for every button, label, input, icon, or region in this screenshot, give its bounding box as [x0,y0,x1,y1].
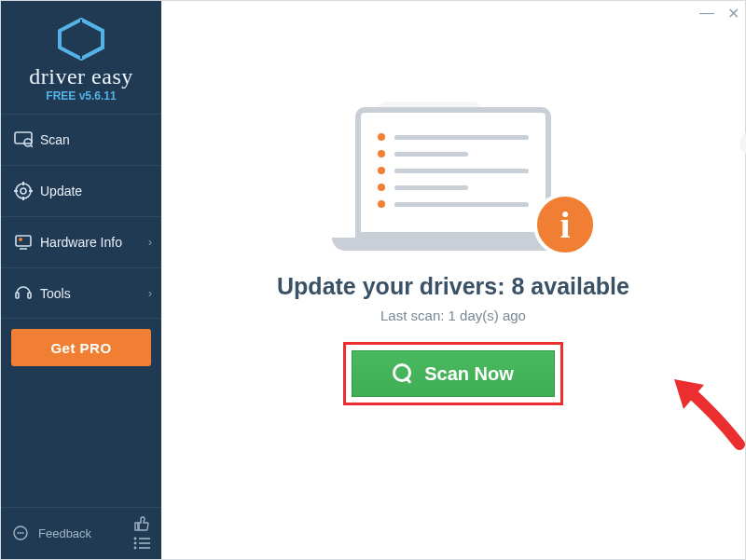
svg-marker-27 [674,379,704,409]
svg-rect-8 [22,197,24,200]
scan-icon [14,131,40,148]
sidebar-item-update[interactable]: Update [1,165,161,216]
svg-rect-2 [15,132,32,143]
headline: Update your drivers: 8 available [161,273,745,300]
svg-rect-9 [14,190,18,192]
sidebar-item-label: Update [40,184,82,198]
feedback-icon [12,526,29,542]
svg-point-21 [134,538,137,540]
cloud-decoration [739,131,746,156]
main-panel: i Update your drivers: 8 available Last … [161,1,745,559]
sidebar-nav: Scan Update Hardware Info › Tools [1,114,161,319]
svg-point-25 [134,547,137,550]
update-icon [14,182,40,200]
annotation-arrow [667,372,746,456]
search-icon [393,363,413,384]
sidebar-item-scan[interactable]: Scan [1,114,161,165]
svg-point-19 [22,532,24,534]
scan-now-label: Scan Now [424,363,514,385]
sidebar-footer: Feedback [1,507,161,559]
brand-block: driver easy FREE v5.6.11 [1,1,161,114]
svg-point-18 [20,532,21,534]
feedback-button[interactable]: Feedback [38,526,91,540]
brand-name: driver easy [1,64,161,89]
chevron-right-icon: › [148,236,152,249]
get-pro-button[interactable]: Get PRO [11,329,151,366]
last-scan-text: Last scan: 1 day(s) ago [161,307,745,323]
app-window: — ✕ driver easy FREE v5.6.11 Scan [0,0,746,560]
thumbs-up-icon[interactable] [133,515,150,532]
svg-point-13 [19,238,22,241]
sidebar-item-hardware[interactable]: Hardware Info › [1,216,161,267]
sidebar-item-label: Tools [40,286,71,301]
svg-rect-20 [135,523,138,530]
list-icon[interactable] [133,537,150,550]
brand-version: FREE v5.6.11 [1,89,161,102]
info-icon: i [533,193,597,256]
logo-icon [56,18,106,61]
chevron-right-icon: › [148,287,152,300]
sidebar-item-tools[interactable]: Tools › [1,267,161,319]
hardware-icon [14,234,40,251]
tools-icon [14,284,40,303]
svg-rect-7 [22,182,24,185]
svg-rect-10 [29,190,33,192]
sidebar-item-label: Scan [40,132,70,147]
svg-point-23 [134,542,137,545]
svg-line-4 [31,145,33,147]
scan-highlight-box: Scan Now [343,342,563,405]
sidebar-item-label: Hardware Info [40,235,122,250]
svg-point-6 [21,188,26,194]
laptop-illustration: i [332,92,574,251]
sidebar: driver easy FREE v5.6.11 Scan Update [1,1,161,559]
svg-point-17 [18,532,20,534]
scan-now-button[interactable]: Scan Now [352,350,555,397]
svg-rect-11 [16,236,31,246]
